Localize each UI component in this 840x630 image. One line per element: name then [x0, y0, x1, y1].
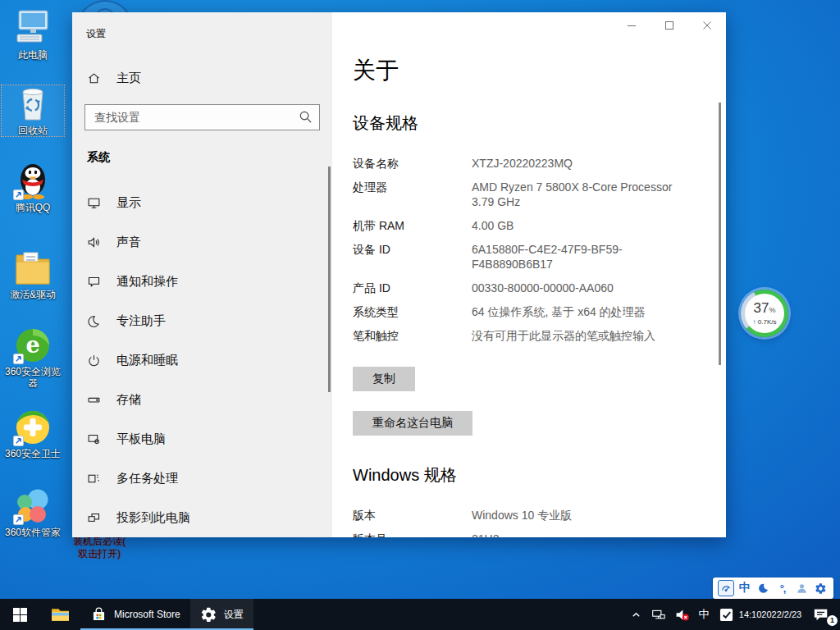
desktop-icon-this-pc[interactable]: 此电脑 — [2, 10, 64, 61]
sidebar-scrollbar[interactable] — [328, 167, 331, 392]
start-button[interactable] — [0, 599, 39, 630]
settings-search — [84, 104, 320, 130]
spec-row-ram: 机带 RAM 4.00 GB — [353, 218, 693, 233]
spec-label: 设备 ID — [353, 242, 472, 272]
shortcut-arrow-icon — [13, 189, 24, 200]
settings-main: 关于 设备规格 设备名称 XTZJ-20220223MQ 处理器 AMD Ryz… — [332, 12, 726, 537]
device-spec-title: 设备规格 — [353, 112, 693, 135]
taskbar-microsoft-store[interactable]: Microsoft Store — [80, 599, 190, 630]
spec-label: 版本 — [353, 508, 472, 523]
shortcut-arrow-icon — [13, 354, 24, 364]
multitasking-icon — [87, 472, 101, 486]
desktop-icon-label: 激活&驱动 — [2, 289, 64, 300]
windows-spec-table: 版本 Windows 10 专业版 版本号 21H2 安装日期 2022/2/2… — [353, 508, 693, 537]
tray-ime-indicator[interactable]: 中 — [694, 599, 714, 630]
taskbar-settings[interactable]: 设置 — [190, 599, 253, 630]
desktop-icon-360-browser[interactable]: e 360安全浏览器 — [2, 326, 64, 389]
settings-gear-icon — [200, 606, 217, 623]
sidebar-item-power-sleep[interactable]: 电源和睡眠 — [72, 340, 332, 380]
device-spec-table: 设备名称 XTZJ-20220223MQ 处理器 AMD Ryzen 7 580… — [353, 156, 693, 343]
spec-row-edition: 版本 Windows 10 专业版 — [353, 508, 693, 523]
project-icon — [87, 511, 101, 525]
desktop-icon-label: 此电脑 — [2, 49, 64, 61]
taskbar-clock[interactable]: 14:10 2022/2/23 — [738, 599, 802, 630]
about-page: 关于 设备规格 设备名称 XTZJ-20220223MQ 处理器 AMD Ryz… — [332, 12, 726, 537]
maximize-button[interactable] — [651, 12, 688, 39]
spec-label: 设备名称 — [353, 156, 472, 171]
home-icon — [87, 71, 101, 85]
360-software-manager-icon — [13, 487, 52, 525]
ime-fullwidth-moon-icon[interactable] — [756, 580, 772, 596]
page-title: 关于 — [353, 55, 693, 86]
tray-chevron-up-icon[interactable] — [625, 599, 646, 630]
spec-row-system-type: 系统类型 64 位操作系统, 基于 x64 的处理器 — [353, 304, 693, 319]
ime-status-icon[interactable] — [718, 580, 734, 596]
sidebar-item-multitasking[interactable]: 多任务处理 — [72, 459, 332, 498]
desktop-icon-tencent-qq[interactable]: 腾讯QQ — [2, 162, 64, 213]
system-tray: 中 14:10 2022/2/23 1 — [625, 599, 840, 630]
sidebar-item-notifications[interactable]: 通知和操作 — [72, 262, 332, 301]
notifications-icon — [87, 275, 101, 289]
taskbar-settings-label: 设置 — [224, 608, 244, 622]
close-button[interactable] — [688, 12, 726, 39]
tray-network-icon[interactable] — [646, 599, 669, 630]
taskbar: Microsoft Store 设置 — [0, 599, 840, 630]
main-scrollbar[interactable] — [719, 103, 721, 365]
ime-chinese-mode[interactable]: 中 — [737, 580, 753, 596]
spec-row-device-id: 设备 ID 6A15880F-C4E2-47F9-BF59-F4B8890B6B… — [353, 242, 693, 272]
svg-text:e: e — [25, 332, 39, 358]
sidebar-item-home[interactable]: 主页 — [87, 71, 332, 86]
window-captions — [613, 12, 726, 39]
ime-user-icon[interactable] — [793, 580, 810, 596]
spec-label: 笔和触控 — [353, 328, 472, 343]
file-explorer-button[interactable] — [39, 599, 80, 630]
copy-button[interactable]: 复制 — [353, 367, 415, 391]
nav-label: 电源和睡眠 — [116, 353, 178, 368]
clock-time: 14:10 — [739, 609, 762, 620]
taskbar-store-label: Microsoft Store — [114, 609, 180, 620]
desktop: 此电脑 回收站 — [0, 0, 840, 630]
window-title: 设置 — [72, 12, 332, 41]
tray-360-app-icon[interactable] — [714, 599, 738, 630]
desktop-icon-label: 回收站 — [2, 125, 64, 136]
recycle-bin-icon — [13, 85, 52, 123]
sidebar-item-tablet[interactable]: 平板电脑 — [72, 419, 332, 459]
sidebar-home-label: 主页 — [116, 71, 141, 86]
search-input[interactable] — [84, 104, 320, 130]
sidebar-item-project[interactable]: 投影到此电脑 — [72, 498, 332, 537]
search-icon[interactable] — [299, 110, 313, 127]
desktop-icon-360-software-manager[interactable]: 360软件管家 — [2, 487, 64, 538]
nav-label: 存储 — [116, 392, 141, 408]
display-icon — [87, 196, 101, 210]
spec-value: 4.00 GB — [472, 218, 514, 233]
percent-sign: % — [769, 306, 775, 314]
rename-pc-button[interactable]: 重命名这台电脑 — [353, 411, 472, 436]
power-icon — [87, 354, 101, 368]
nav-label: 声音 — [116, 235, 141, 250]
sidebar-item-focus-assist[interactable]: 专注助手 — [72, 301, 332, 340]
ime-toolbar: 中 °, — [713, 578, 833, 599]
desktop-icon-activation-drivers[interactable]: 激活&驱动 — [2, 249, 64, 300]
spec-value: Windows 10 专业版 — [472, 508, 572, 523]
tray-volume-muted-icon[interactable] — [669, 599, 694, 630]
sidebar-item-sound[interactable]: 声音 — [72, 222, 332, 262]
360-speed-ball[interactable]: 37% ↑ 0.7K/s — [741, 290, 788, 337]
ime-punctuation[interactable]: °, — [774, 580, 791, 596]
spec-value: 64 位操作系统, 基于 x64 的处理器 — [472, 304, 646, 319]
360-browser-icon: e — [13, 326, 52, 364]
desktop-icon-label: 360软件管家 — [2, 527, 64, 538]
nav-label: 投影到此电脑 — [116, 510, 190, 526]
nav-label: 平板电脑 — [116, 431, 166, 447]
windows-spec-title: Windows 规格 — [353, 464, 693, 486]
desktop-icon-readme-label[interactable]: 装机后必读(双击打开) — [67, 536, 131, 560]
desktop-icon-360-safeguard[interactable]: 360安全卫士 — [2, 409, 64, 459]
sidebar-nav: 显示 声音 通知和操作 — [72, 183, 332, 537]
sidebar-item-storage[interactable]: 存储 — [72, 380, 332, 419]
action-center-button[interactable]: 1 — [802, 599, 840, 630]
desktop-icon-recycle-bin[interactable]: 回收站 — [2, 85, 64, 136]
this-pc-icon — [13, 10, 52, 48]
shortcut-arrow-icon — [13, 436, 24, 446]
ime-settings-gear-icon[interactable] — [812, 580, 829, 596]
sidebar-item-display[interactable]: 显示 — [72, 183, 332, 222]
minimize-button[interactable] — [613, 12, 651, 39]
